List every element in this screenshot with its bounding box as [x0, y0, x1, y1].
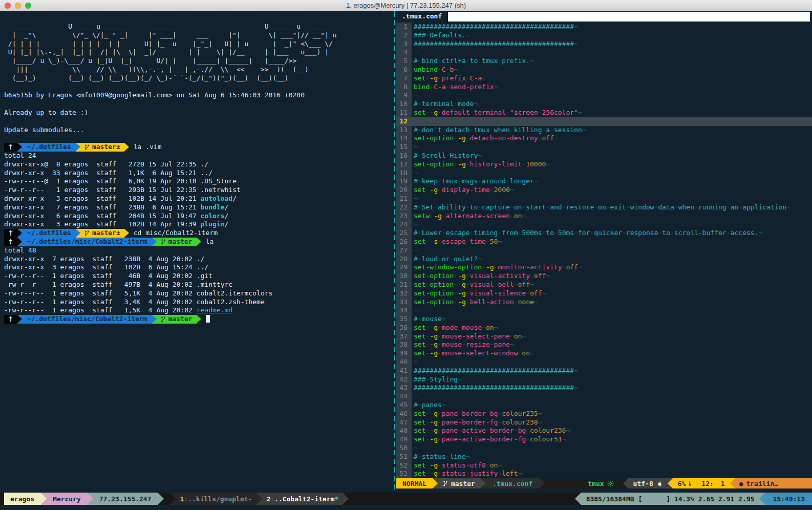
line-number: 14: [396, 134, 412, 143]
vim-line[interactable]: 28#·loud·or·quiet?¬: [396, 255, 812, 264]
line-number: 11: [396, 109, 412, 117]
minimize-button[interactable]: [15, 3, 21, 9]
vim-line[interactable]: 47set·-g·pane-border-fg·colour238¬: [396, 418, 812, 427]
vim-line[interactable]: 4¬: [396, 48, 812, 57]
vim-line[interactable]: 18¬: [396, 169, 812, 178]
vim-line-text: ########################################…: [412, 40, 812, 49]
vim-line[interactable]: 24¬: [396, 220, 812, 229]
listing-row: -rw-r--r-- 1 eragos staff 1,5K 4 Aug 20:…: [4, 306, 393, 315]
tmux-window-list: 1:..kills/gnuplot-2:..Cobalt2-iterm*: [170, 493, 349, 505]
ascii-art-line: (__)_) (__) (__) (__)(__)(_/ \_)-´ `-(_/…: [4, 74, 393, 83]
column-indicator: 1: [721, 480, 725, 487]
vim-line[interactable]: 11set·-g·default-terminal·"screen-256col…: [396, 109, 812, 117]
vim-line[interactable]: 10#·terminal·mode¬: [396, 100, 812, 109]
vim-line[interactable]: 40¬: [396, 358, 812, 367]
vim-line[interactable]: 26set·-s·escape-time·50¬: [396, 238, 812, 246]
vim-line[interactable]: 25#·Lower·escape·timing·from·500ms·to·50…: [396, 229, 812, 238]
vim-line-text: set·-g·status-utf8·on¬: [412, 461, 812, 470]
tmux-pane-vim[interactable]: .tmux.conf 1############################…: [396, 11, 812, 493]
statusline-branch: master: [438, 478, 480, 488]
vim-line[interactable]: 53set·-g·status-justify·left¬: [396, 470, 812, 478]
vim-line[interactable]: 39set·-g·mouse-select-window·on¬: [396, 349, 812, 358]
powerline-arrow-icon: [152, 238, 157, 246]
vim-line[interactable]: 14set-option·-g·detach-on-destroy·off¬: [396, 134, 812, 143]
vim-line[interactable]: 5#·bind·ctrl+a·to·tmux·prefix.¬: [396, 57, 812, 66]
vim-line[interactable]: 16#·Scroll·History¬: [396, 152, 812, 160]
vim-line-text: set·-g·display-time·2000¬: [412, 186, 812, 195]
vim-line[interactable]: 37set·-g·mouse-select-pane·on¬: [396, 332, 812, 341]
vim-line-text: set·-g·pane-active-border-fg·colour51¬: [412, 435, 812, 444]
vim-line[interactable]: 29set-window-option·-g·monitor-activity·…: [396, 263, 812, 272]
vim-line[interactable]: 52set·-g·status-utf8·on¬: [396, 461, 812, 470]
vim-line[interactable]: 42###·Styling¬: [396, 375, 812, 384]
line-number: 41: [396, 367, 412, 375]
vim-line[interactable]: 12¬: [396, 117, 812, 126]
tmux-window-active[interactable]: 2:..Cobalt2-iterm*: [262, 493, 343, 505]
vim-line[interactable]: 46set·-g·pane-border-bg·colour235¬: [396, 410, 812, 418]
vim-statusline: NORMAL master .tmux.conf tmux utf-8 6% L…: [396, 478, 812, 488]
powerline-arrow-icon: [575, 493, 581, 505]
vim-line[interactable]: 45#·panes¬: [396, 401, 812, 410]
vim-line[interactable]: 15¬: [396, 143, 812, 152]
shell-prompt-current[interactable]: † ~/.dotfiles/misc/Cobalt2-iterm master: [4, 315, 393, 324]
close-button[interactable]: [5, 3, 11, 9]
vim-line[interactable]: 7set·-g·prefix·C-a¬: [396, 74, 812, 83]
vim-line[interactable]: 13#·don't·detach·tmux·when·killing·a·ses…: [396, 126, 812, 135]
directory-name: autoload: [201, 195, 233, 202]
vim-line-text: set-option·-g·history-limit·10000¬: [412, 160, 812, 169]
vim-line[interactable]: 50¬: [396, 444, 812, 453]
vim-line[interactable]: 30set-option·-g·visual-activity·off¬: [396, 272, 812, 281]
vim-line[interactable]: 27¬: [396, 246, 812, 255]
vim-line[interactable]: 2###·Defaults.¬: [396, 31, 812, 40]
vim-line[interactable]: 41######################################…: [396, 367, 812, 375]
dot-icon: ●: [739, 480, 743, 487]
vim-line[interactable]: 34¬: [396, 306, 812, 315]
vim-mode-indicator: NORMAL: [396, 478, 433, 488]
file-name: .git: [197, 272, 212, 280]
vim-buffer[interactable]: 1#######################################…: [396, 23, 812, 478]
vim-line[interactable]: 8bind·C-a·send-prefix¬: [396, 83, 812, 92]
vim-line[interactable]: 21¬: [396, 195, 812, 203]
prompt-path-segment: ~/.dotfiles: [22, 143, 76, 152]
vim-line[interactable]: 20set·-g·display-time·2000¬: [396, 186, 812, 195]
vim-line[interactable]: 1#######################################…: [396, 23, 812, 31]
vim-line[interactable]: 3#######################################…: [396, 40, 812, 49]
vim-line[interactable]: 19#·keep·tmux·msgs·around·longer¬: [396, 177, 812, 186]
vim-line[interactable]: 31set-option·-g·visual-bell·off¬: [396, 281, 812, 289]
ascii-art-line: |____/ u \_)-\___/ u |_|U |_| U/| | |___…: [4, 57, 393, 66]
vim-tab-tmux-conf[interactable]: .tmux.conf: [396, 11, 447, 23]
vim-line[interactable]: 36set·-g·mode-mouse·on¬: [396, 324, 812, 332]
vim-line-text: ¬: [412, 195, 812, 203]
vim-line[interactable]: 23setw·-g·alternate-screen·on¬: [396, 212, 812, 221]
tmux-pane-shell[interactable]: ____ U ___ u _____ _____ _ U _____ u ___…: [0, 11, 393, 493]
vim-line[interactable]: 22#·Set·ability·to·capture·on·start·and·…: [396, 203, 812, 212]
line-number: 7: [396, 74, 412, 83]
vim-line[interactable]: 49set·-g·pane-active-border-fg·colour51¬: [396, 435, 812, 444]
vim-line[interactable]: 32set-option·-g·visual-silence·off¬: [396, 289, 812, 298]
git-branch-icon: [443, 480, 448, 487]
line-number: 33: [396, 298, 412, 307]
vim-line[interactable]: 6unbind·C-b¬: [396, 66, 812, 74]
listing-row: drwxr-xr-x 3 eragos staff 102B 14 Apr 19…: [4, 220, 393, 229]
vim-line-text: #·mouse¬: [412, 315, 812, 324]
vim-line[interactable]: 17set-option·-g·history-limit·10000¬: [396, 160, 812, 169]
tmux-window-inactive[interactable]: 1:..kills/gnuplot-: [176, 493, 257, 505]
vim-line-text: ¬: [412, 392, 812, 401]
vim-line[interactable]: 35#·mouse¬: [396, 315, 812, 324]
vim-line[interactable]: 33set-option·-g·bell-action·none¬: [396, 298, 812, 307]
ascii-art-line: ____ U ___ u _____ _____ _ U _____ u ___…: [4, 23, 393, 31]
vim-line[interactable]: 43######################################…: [396, 384, 812, 392]
dagger-icon: †: [9, 315, 13, 324]
statusline-filename: .tmux.conf: [485, 478, 540, 488]
line-number: 8: [396, 83, 412, 92]
powerline-arrow-icon: [17, 315, 22, 324]
vim-line[interactable]: 38set·-g·mouse-resize-pane¬: [396, 341, 812, 349]
typed-command: la .vim: [134, 143, 162, 152]
file-name[interactable]: readme.md: [197, 306, 232, 314]
maximize-button[interactable]: [25, 3, 31, 9]
vim-line[interactable]: 9¬: [396, 91, 812, 100]
tmux-pane-border[interactable]: [394, 11, 395, 493]
vim-line[interactable]: 44¬: [396, 392, 812, 401]
vim-line[interactable]: 51#·status·line¬: [396, 453, 812, 461]
vim-line[interactable]: 48set·-g·pane-active-border-bg·colour236…: [396, 427, 812, 435]
